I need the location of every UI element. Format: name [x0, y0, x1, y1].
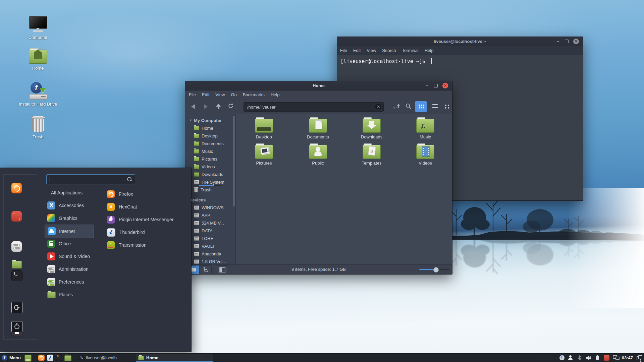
sidebar-item-file-system[interactable]: File System — [185, 178, 235, 186]
up-button[interactable] — [215, 103, 221, 110]
zoom-slider[interactable] — [419, 269, 449, 270]
firefox-favorite-icon[interactable] — [11, 183, 22, 193]
sidebar-item-documents[interactable]: Documents — [185, 140, 235, 147]
logout-icon[interactable] — [11, 302, 22, 313]
back-button[interactable] — [190, 103, 197, 110]
shutdown-icon[interactable] — [11, 321, 22, 332]
desktop-icon-install[interactable]: f Install to Hard Drive — [14, 82, 61, 107]
folder-item-public[interactable]: Public — [296, 145, 340, 166]
desktop-icon-trash[interactable]: Trash — [14, 116, 61, 139]
app-item-pidgin[interactable]: Pidgin Internet Messenger — [104, 213, 188, 226]
minimize-button[interactable]: – — [424, 83, 430, 88]
desktop-icon-home[interactable]: Home — [14, 50, 61, 71]
menu-file[interactable]: File — [337, 48, 350, 53]
toggle-location-entry-icon[interactable] — [393, 103, 400, 110]
folder-item-documents[interactable]: Documents — [296, 119, 340, 139]
minimize-button[interactable]: – — [555, 39, 561, 44]
network-icon[interactable] — [613, 355, 619, 361]
folder-item-videos[interactable]: Videos — [404, 145, 447, 166]
sidebar-device-data[interactable]: DATA — [185, 227, 235, 235]
maximize-button[interactable] — [433, 83, 439, 88]
sidebar-device-anaconda[interactable]: Anaconda — [185, 250, 235, 258]
menu-terminal[interactable]: Terminal — [399, 48, 422, 53]
sidebar-item-pictures[interactable]: Pictures — [185, 155, 235, 163]
category-all-applications[interactable]: All Applications — [45, 186, 93, 199]
folder-item-music[interactable]: ♫ Music — [404, 119, 447, 139]
clear-path-icon[interactable] — [375, 104, 381, 109]
sidebar-device-vault[interactable]: VAULT — [185, 242, 235, 250]
file-manager-titlebar[interactable]: Home – ✕ — [185, 81, 452, 90]
path-input[interactable] — [247, 103, 372, 111]
folder-item-downloads[interactable]: Downloads — [350, 119, 393, 139]
menu-edit[interactable]: Edit — [350, 48, 364, 53]
sidebar-section-my-computer[interactable]: ▼My Computer — [185, 116, 235, 124]
menu-search[interactable]: Search — [379, 48, 399, 53]
menu-go[interactable]: Go — [228, 92, 239, 97]
volume-icon[interactable] — [586, 355, 591, 361]
category-preferences[interactable]: Preferences — [45, 276, 93, 288]
app-item-hexchat[interactable]: # HexChat — [104, 200, 188, 213]
menu-view[interactable]: View — [212, 92, 228, 97]
category-internet[interactable]: Internet — [45, 225, 94, 238]
system-settings-favorite-icon[interactable] — [11, 241, 22, 252]
sidebar-item-desktop[interactable]: Desktop — [185, 132, 235, 140]
sidebar-device-app[interactable]: APP — [185, 212, 235, 219]
close-button[interactable]: ✕ — [573, 39, 579, 44]
search-icon[interactable] — [405, 103, 412, 110]
sidebar-item-downloads[interactable]: Downloads — [185, 171, 235, 178]
list-view-button[interactable] — [429, 101, 441, 112]
sidebar-device-524mb[interactable]: 524 MB V... — [185, 219, 235, 227]
battery-icon[interactable] — [595, 355, 600, 361]
terminal-launcher[interactable]: $_ — [56, 355, 62, 361]
thunderbird-launcher[interactable] — [47, 355, 53, 361]
menu-view[interactable]: View — [364, 48, 379, 53]
close-button[interactable]: ✕ — [442, 83, 448, 88]
sidebar-item-trash[interactable]: Trash — [185, 186, 235, 194]
taskbar-window-terminal[interactable]: $_ liveuser@localh... — [76, 354, 134, 362]
sidebar-item-home[interactable]: Home — [185, 124, 235, 132]
icon-view-button[interactable] — [415, 101, 427, 112]
menu-help[interactable]: Help — [268, 92, 283, 97]
menu-bookmarks[interactable]: Bookmarks — [240, 92, 268, 97]
sidebar-item-videos[interactable]: Videos — [185, 163, 235, 171]
category-places[interactable]: Places — [45, 288, 93, 301]
folder-item-templates[interactable]: a Templates — [350, 145, 393, 166]
window-quick-list-icon[interactable] — [636, 355, 642, 361]
folder-item-pictures[interactable]: Pictures — [242, 145, 286, 166]
category-office[interactable]: Office — [45, 237, 93, 250]
compact-view-button[interactable] — [441, 101, 452, 112]
file-grid[interactable]: Desktop Documents Downloads ♫ Music Pict… — [236, 114, 452, 265]
category-graphics[interactable]: Graphics — [45, 212, 93, 225]
menu-button[interactable]: f Menu — [2, 354, 21, 362]
menu-help[interactable]: Help — [422, 48, 437, 53]
folder-item-desktop[interactable]: Desktop — [242, 119, 286, 139]
category-sound-video[interactable]: Sound & Video — [45, 250, 93, 263]
bluetooth-icon[interactable] — [577, 355, 582, 361]
terminal-favorite-icon[interactable]: $_ — [11, 270, 22, 281]
clock[interactable]: 03:47 — [622, 355, 633, 360]
menu-file[interactable]: File — [186, 92, 199, 97]
sidebar-scrollbar[interactable] — [233, 116, 235, 206]
taskbar-window-home[interactable]: Home — [136, 354, 213, 362]
zoom-slider-handle[interactable] — [433, 267, 439, 273]
sidebar-device-lore[interactable]: LORE — [185, 235, 235, 242]
category-accessories[interactable]: Accessories — [45, 199, 93, 212]
forward-button[interactable] — [202, 103, 209, 110]
maximize-button[interactable] — [564, 39, 570, 44]
desktop-icon-computer[interactable]: Computer — [14, 16, 61, 40]
app-item-transmission[interactable]: ↑ Transmission — [104, 239, 188, 251]
menu-search-input[interactable] — [49, 175, 121, 184]
firefox-launcher[interactable] — [38, 355, 45, 361]
files-launcher[interactable] — [64, 355, 71, 361]
refresh-button[interactable] — [227, 103, 234, 109]
category-administration[interactable]: Administration — [45, 263, 93, 276]
menu-edit[interactable]: Edit — [199, 92, 212, 97]
terminal-titlebar[interactable]: liveuser@localhost-live:~ – ✕ — [337, 37, 583, 46]
app-item-firefox[interactable]: Firefox — [104, 188, 188, 200]
software-updater-favorite-icon[interactable]: ↑↓ — [11, 211, 22, 222]
sidebar-device-windows[interactable]: WINDOWS — [185, 204, 235, 212]
updates-available-icon[interactable] — [604, 355, 609, 361]
files-favorite-icon[interactable] — [11, 259, 22, 270]
sidebar-device-15gb[interactable]: 1.5 GB Vol... — [185, 258, 235, 265]
sidebar-item-music[interactable]: Music — [185, 147, 235, 155]
